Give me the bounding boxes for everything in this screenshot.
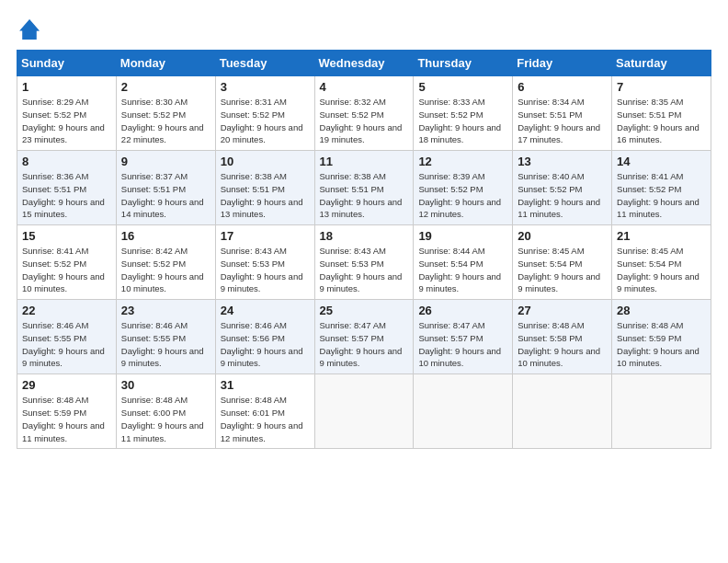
day-number: 14	[617, 155, 706, 168]
day-number: 16	[121, 229, 210, 243]
day-number: 1	[22, 80, 111, 94]
sunrise-label: Sunrise: 8:47 AM	[418, 320, 484, 330]
sunrise-label: Sunrise: 8:38 AM	[221, 171, 287, 181]
sunset-label: Sunset: 6:00 PM	[121, 408, 186, 418]
day-number: 29	[22, 378, 111, 392]
sunset-label: Sunset: 5:54 PM	[617, 259, 681, 269]
daylight-label: Daylight: 9 hours and 19 minutes.	[320, 122, 403, 145]
day-info: Sunrise: 8:48 AM Sunset: 6:00 PM Dayligh…	[121, 394, 210, 444]
daylight-label: Daylight: 9 hours and 10 minutes.	[617, 346, 700, 369]
calendar-week-row: 8 Sunrise: 8:36 AM Sunset: 5:51 PM Dayli…	[17, 151, 711, 225]
day-number: 10	[221, 155, 310, 168]
sunset-label: Sunset: 5:54 PM	[418, 259, 483, 269]
sunset-label: Sunset: 5:52 PM	[617, 184, 681, 194]
sunrise-label: Sunrise: 8:48 AM	[221, 395, 287, 405]
calendar-table: SundayMondayTuesdayWednesdayThursdayFrid…	[17, 50, 711, 449]
sunrise-label: Sunrise: 8:43 AM	[221, 246, 287, 256]
sunrise-label: Sunrise: 8:31 AM	[221, 97, 287, 107]
logo-icon	[17, 17, 42, 42]
calendar-day-cell: 17 Sunrise: 8:43 AM Sunset: 5:53 PM Dayl…	[215, 225, 314, 300]
day-number: 31	[221, 378, 310, 392]
sunset-label: Sunset: 5:57 PM	[418, 333, 483, 343]
day-info: Sunrise: 8:42 AM Sunset: 5:52 PM Dayligh…	[121, 245, 210, 295]
sunset-label: Sunset: 6:01 PM	[221, 408, 285, 418]
day-number: 3	[221, 80, 310, 94]
sunrise-label: Sunrise: 8:43 AM	[320, 246, 386, 256]
calendar-day-cell: 2 Sunrise: 8:30 AM Sunset: 5:52 PM Dayli…	[116, 76, 215, 151]
sunrise-label: Sunrise: 8:48 AM	[518, 320, 584, 330]
day-info: Sunrise: 8:38 AM Sunset: 5:51 PM Dayligh…	[320, 170, 409, 221]
daylight-label: Daylight: 9 hours and 12 minutes.	[221, 420, 303, 443]
sunrise-label: Sunrise: 8:48 AM	[121, 395, 188, 405]
day-number: 11	[320, 155, 409, 168]
sunset-label: Sunset: 5:52 PM	[221, 109, 285, 120]
day-number: 24	[221, 304, 310, 317]
day-number: 26	[418, 304, 507, 317]
day-info: Sunrise: 8:45 AM Sunset: 5:54 PM Dayligh…	[518, 245, 607, 295]
sunrise-label: Sunrise: 8:37 AM	[121, 171, 188, 181]
daylight-label: Daylight: 9 hours and 9 minutes.	[518, 271, 600, 294]
day-number: 8	[22, 155, 111, 168]
calendar-day-cell: 26 Sunrise: 8:47 AM Sunset: 5:57 PM Dayl…	[414, 300, 513, 374]
calendar-day-cell: 1 Sunrise: 8:29 AM Sunset: 5:52 PM Dayli…	[17, 76, 117, 151]
calendar-day-cell: 30 Sunrise: 8:48 AM Sunset: 6:00 PM Dayl…	[116, 374, 215, 449]
sunset-label: Sunset: 5:57 PM	[320, 333, 384, 343]
calendar-day-cell: 8 Sunrise: 8:36 AM Sunset: 5:51 PM Dayli…	[17, 151, 117, 225]
sunrise-label: Sunrise: 8:33 AM	[418, 97, 484, 107]
daylight-label: Daylight: 9 hours and 11 minutes.	[617, 197, 700, 220]
sunrise-label: Sunrise: 8:45 AM	[518, 246, 584, 256]
calendar-day-cell: 22 Sunrise: 8:46 AM Sunset: 5:55 PM Dayl…	[17, 300, 117, 374]
calendar-day-header: Thursday	[414, 51, 513, 76]
sunset-label: Sunset: 5:55 PM	[22, 333, 86, 343]
day-number: 17	[221, 229, 310, 243]
daylight-label: Daylight: 9 hours and 11 minutes.	[518, 197, 600, 220]
sunset-label: Sunset: 5:51 PM	[617, 109, 681, 120]
calendar-day-cell: 3 Sunrise: 8:31 AM Sunset: 5:52 PM Dayli…	[215, 76, 314, 151]
calendar-day-cell: 4 Sunrise: 8:32 AM Sunset: 5:52 PM Dayli…	[314, 76, 414, 151]
calendar-day-cell: 9 Sunrise: 8:37 AM Sunset: 5:51 PM Dayli…	[116, 151, 215, 225]
daylight-label: Daylight: 9 hours and 11 minutes.	[22, 420, 105, 443]
daylight-label: Daylight: 9 hours and 18 minutes.	[418, 122, 501, 145]
sunrise-label: Sunrise: 8:40 AM	[518, 171, 584, 181]
daylight-label: Daylight: 9 hours and 14 minutes.	[121, 197, 204, 220]
daylight-label: Daylight: 9 hours and 9 minutes.	[121, 346, 204, 369]
daylight-label: Daylight: 9 hours and 9 minutes.	[221, 346, 303, 369]
day-info: Sunrise: 8:41 AM Sunset: 5:52 PM Dayligh…	[22, 245, 111, 295]
day-info: Sunrise: 8:41 AM Sunset: 5:52 PM Dayligh…	[617, 170, 706, 221]
day-info: Sunrise: 8:40 AM Sunset: 5:52 PM Dayligh…	[518, 170, 607, 221]
daylight-label: Daylight: 9 hours and 9 minutes.	[320, 271, 403, 294]
calendar-day-cell: 16 Sunrise: 8:42 AM Sunset: 5:52 PM Dayl…	[116, 225, 215, 300]
empty-day-cell	[414, 374, 513, 449]
day-info: Sunrise: 8:46 AM Sunset: 5:55 PM Dayligh…	[121, 319, 210, 370]
day-info: Sunrise: 8:31 AM Sunset: 5:52 PM Dayligh…	[221, 96, 310, 146]
calendar-week-row: 29 Sunrise: 8:48 AM Sunset: 5:59 PM Dayl…	[17, 374, 711, 449]
daylight-label: Daylight: 9 hours and 10 minutes.	[418, 346, 501, 369]
day-info: Sunrise: 8:46 AM Sunset: 5:56 PM Dayligh…	[221, 319, 310, 370]
sunset-label: Sunset: 5:52 PM	[121, 109, 186, 120]
calendar-day-header: Saturday	[612, 51, 711, 76]
sunrise-label: Sunrise: 8:34 AM	[518, 97, 584, 107]
calendar-day-header: Tuesday	[215, 51, 314, 76]
sunrise-label: Sunrise: 8:30 AM	[121, 97, 188, 107]
sunrise-label: Sunrise: 8:46 AM	[22, 320, 88, 330]
day-info: Sunrise: 8:38 AM Sunset: 5:51 PM Dayligh…	[221, 170, 310, 221]
day-number: 9	[121, 155, 210, 168]
empty-day-cell	[314, 374, 414, 449]
day-info: Sunrise: 8:36 AM Sunset: 5:51 PM Dayligh…	[22, 170, 111, 221]
day-number: 22	[22, 304, 111, 317]
header	[17, 17, 711, 42]
calendar-day-cell: 10 Sunrise: 8:38 AM Sunset: 5:51 PM Dayl…	[215, 151, 314, 225]
calendar-day-cell: 23 Sunrise: 8:46 AM Sunset: 5:55 PM Dayl…	[116, 300, 215, 374]
daylight-label: Daylight: 9 hours and 9 minutes.	[320, 346, 403, 369]
sunset-label: Sunset: 5:51 PM	[221, 184, 285, 194]
day-info: Sunrise: 8:34 AM Sunset: 5:51 PM Dayligh…	[518, 96, 607, 146]
calendar-day-cell: 21 Sunrise: 8:45 AM Sunset: 5:54 PM Dayl…	[612, 225, 711, 300]
day-number: 5	[418, 80, 507, 94]
sunset-label: Sunset: 5:56 PM	[221, 333, 285, 343]
sunset-label: Sunset: 5:53 PM	[320, 259, 384, 269]
calendar-day-cell: 31 Sunrise: 8:48 AM Sunset: 6:01 PM Dayl…	[215, 374, 314, 449]
sunrise-label: Sunrise: 8:44 AM	[418, 246, 484, 256]
day-info: Sunrise: 8:44 AM Sunset: 5:54 PM Dayligh…	[418, 245, 507, 295]
daylight-label: Daylight: 9 hours and 10 minutes.	[518, 346, 600, 369]
calendar-day-cell: 12 Sunrise: 8:39 AM Sunset: 5:52 PM Dayl…	[414, 151, 513, 225]
